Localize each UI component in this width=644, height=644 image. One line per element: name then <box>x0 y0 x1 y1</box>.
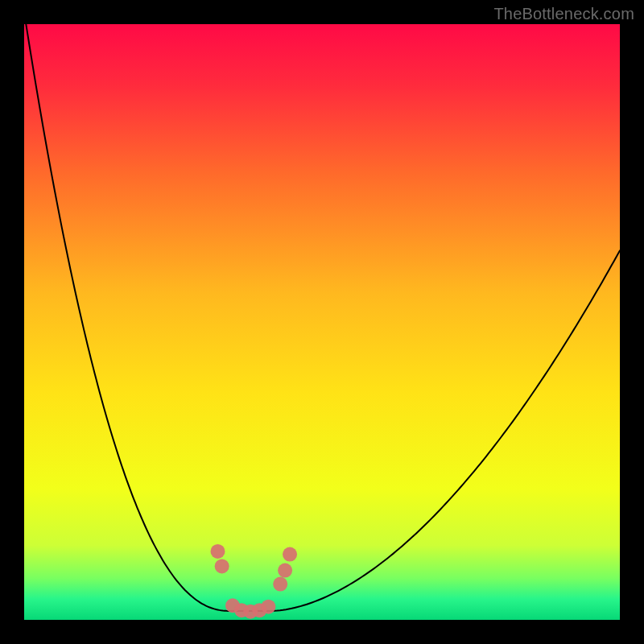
data-point <box>215 559 229 573</box>
watermark-text: TheBottleneck.com <box>493 5 634 23</box>
data-point <box>283 547 297 562</box>
chart-container: TheBottleneck.com <box>0 0 644 644</box>
chart-svg <box>24 24 620 620</box>
bottleneck-plot <box>24 24 620 620</box>
data-point <box>273 577 287 592</box>
data-point <box>278 564 292 578</box>
data-point <box>211 544 225 559</box>
plot-background <box>24 24 620 620</box>
data-point <box>261 600 275 614</box>
